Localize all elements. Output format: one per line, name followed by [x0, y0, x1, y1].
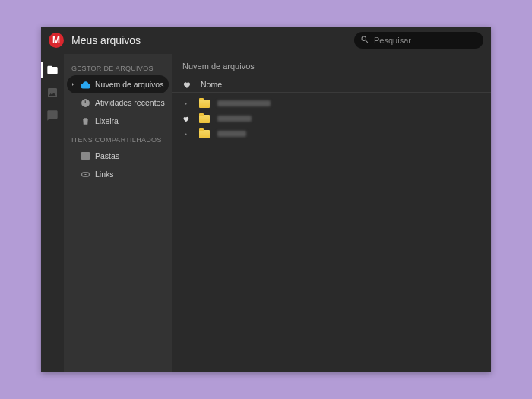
header: M Meus arquivos: [41, 27, 491, 54]
sidebar-item-cloud-drive[interactable]: Nuvem de arquivos: [67, 75, 169, 93]
svg-point-1: [185, 133, 186, 135]
sidebar-item-label: Nuvem de arquivos: [95, 80, 163, 89]
heart-icon: [182, 81, 191, 89]
folder-icon: [46, 64, 59, 76]
sidebar-item-label: Atividades recentes: [95, 98, 165, 107]
row-name-redacted: [217, 116, 252, 122]
table-row[interactable]: [176, 96, 486, 111]
column-name[interactable]: Nome: [201, 80, 222, 89]
sidebar-item-links[interactable]: Links: [64, 165, 172, 183]
sidebar: GESTOR DE ARQUIVOS Nuvem de arquivos Ati…: [64, 54, 172, 372]
link-icon: [81, 169, 90, 179]
search-icon: [360, 33, 369, 47]
sidebar-item-trash[interactable]: Lixeira: [64, 112, 172, 130]
rail-images[interactable]: [41, 81, 64, 104]
header-left: M Meus arquivos: [49, 33, 141, 48]
column-favorite[interactable]: [182, 81, 193, 89]
sidebar-item-label: Pastas: [95, 151, 119, 160]
image-icon: [46, 87, 59, 99]
table-header: Nome: [172, 77, 491, 93]
sidebar-item-recent[interactable]: Atividades recentes: [64, 93, 172, 112]
heart-outline-icon: [182, 100, 189, 107]
folder-icon: [199, 130, 210, 138]
row-favorite[interactable]: [182, 116, 192, 122]
row-name-redacted: [217, 100, 271, 106]
page-title: Meus arquivos: [71, 34, 141, 46]
body: GESTOR DE ARQUIVOS Nuvem de arquivos Ati…: [41, 54, 491, 372]
row-favorite[interactable]: [182, 131, 192, 138]
sidebar-section-file-manager: GESTOR DE ARQUIVOS: [64, 59, 172, 75]
search-input[interactable]: [374, 36, 479, 45]
main-panel: Nuvem de arquivos Nome: [172, 54, 491, 372]
folders-icon: [81, 152, 90, 160]
rail-files[interactable]: [41, 59, 64, 81]
folder-icon: [199, 115, 210, 123]
sidebar-item-label: Lixeira: [95, 116, 119, 125]
table-row[interactable]: [176, 126, 486, 141]
svg-point-0: [185, 103, 186, 104]
row-favorite[interactable]: [182, 100, 192, 107]
left-rail: [41, 54, 64, 372]
sidebar-section-shared: ITENS COMPARTILHADOS: [64, 130, 172, 147]
search-box[interactable]: [354, 32, 483, 49]
chevron-right-icon: [70, 81, 76, 87]
folder-icon: [199, 100, 210, 108]
table-row[interactable]: [176, 111, 486, 126]
cloud-icon: [81, 80, 90, 90]
sidebar-item-label: Links: [95, 169, 114, 179]
table-rows: [172, 93, 491, 144]
app-logo[interactable]: M: [49, 33, 64, 48]
clock-icon: [81, 98, 90, 108]
chat-icon: [46, 109, 59, 122]
heart-outline-icon: [182, 131, 189, 138]
trash-icon: [81, 116, 90, 126]
sidebar-item-folders[interactable]: Pastas: [64, 147, 172, 165]
breadcrumb[interactable]: Nuvem de arquivos: [172, 54, 491, 77]
heart-icon: [182, 116, 189, 122]
row-name-redacted: [217, 131, 246, 137]
rail-chat[interactable]: [41, 104, 64, 127]
app-window: M Meus arquivos GESTOR DE ARQUIVOS: [41, 27, 491, 372]
